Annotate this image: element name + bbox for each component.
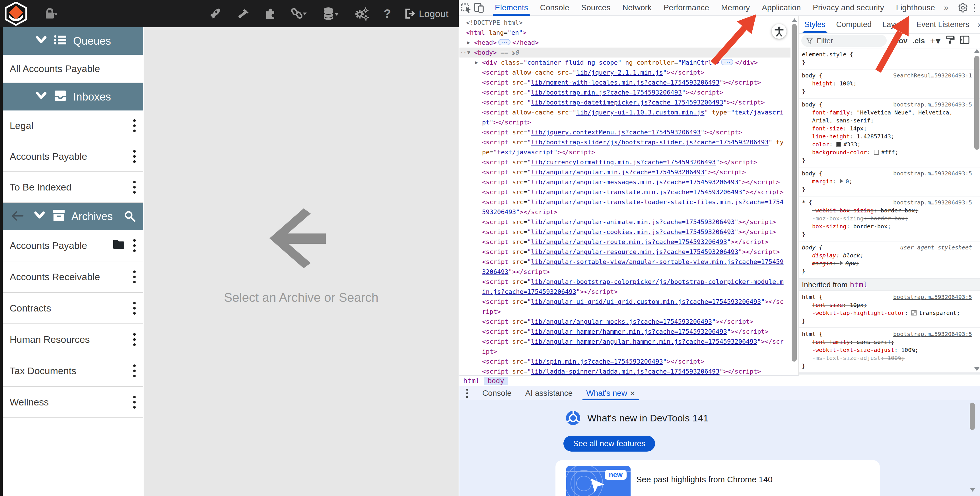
device-toolbar-icon[interactable] xyxy=(474,1,484,14)
more-tabs-chevron[interactable]: » xyxy=(941,3,951,13)
elements-scrollbar[interactable] xyxy=(791,16,799,375)
inspect-element-icon[interactable] xyxy=(461,1,472,14)
item-kebab-menu-icon[interactable] xyxy=(132,269,136,285)
dom-node-row[interactable]: <script src="lib/angular-ui-grid/ui-grid… xyxy=(459,297,791,317)
links-menu-icon[interactable] xyxy=(291,7,307,20)
dom-node-row[interactable]: <script src="lib/bootstrap-datetimepicke… xyxy=(459,97,791,107)
dom-node-row[interactable]: <script src="lib/angular-sortable-view/a… xyxy=(459,257,791,277)
dom-node-row[interactable]: <!DOCTYPE html> xyxy=(459,18,791,28)
devtools-tab-network[interactable]: Network xyxy=(616,0,658,16)
rendering-brush-icon[interactable] xyxy=(945,35,955,46)
css-rule[interactable]: html {bootstrap.m…593206493:5font-size: … xyxy=(799,291,980,328)
inline-ellipsis-button[interactable]: ··· xyxy=(498,39,511,45)
styles-rules-list[interactable]: element.style {}body {SearchResul…593206… xyxy=(799,48,980,375)
whats-new-card[interactable]: new See past highlights from Chrome 140 xyxy=(555,460,880,496)
sidebar-item-accounts-payable[interactable]: Accounts Payable xyxy=(3,230,143,262)
inline-ellipsis-button[interactable]: ··· xyxy=(721,59,733,65)
devtools-tab-sources[interactable]: Sources xyxy=(575,0,616,16)
item-kebab-menu-icon[interactable] xyxy=(132,148,136,164)
devtools-kebab-menu-icon[interactable]: ⋮ xyxy=(970,1,980,14)
dom-node-row[interactable]: <script src="lib/spin.min.js?cache=17545… xyxy=(459,356,791,367)
sidebar-section-header-archives[interactable]: Archives xyxy=(3,203,143,230)
devtools-settings-gear-icon[interactable] xyxy=(958,1,968,14)
help-icon[interactable]: ? xyxy=(383,7,391,21)
dom-node-row[interactable]: <script src="lib/angular-bootstrap-color… xyxy=(459,277,791,297)
see-all-new-features-button[interactable]: See all new features xyxy=(563,435,655,451)
dom-node-row[interactable]: <script src="lib/angular/angular-transla… xyxy=(459,187,791,197)
dom-node-row[interactable]: <script src="lib/angular-hammer/angular.… xyxy=(459,337,791,356)
item-kebab-menu-icon[interactable] xyxy=(132,118,136,134)
toggle-classes-button[interactable]: .cls xyxy=(913,37,925,45)
dom-node-row[interactable]: <script src="lib/bootstrap-slider/js/boo… xyxy=(459,137,791,157)
expand-arrow[interactable]: ▶ xyxy=(475,57,482,67)
css-rule[interactable]: body {bootstrap.m…593206493:5font-family… xyxy=(799,99,980,167)
magic-wand-icon[interactable] xyxy=(236,7,249,20)
styles-tab-layout[interactable]: Layout xyxy=(877,16,911,33)
drawer-scroll-down[interactable] xyxy=(970,488,975,492)
sidebar-item-legal[interactable]: Legal xyxy=(3,110,143,141)
item-kebab-menu-icon[interactable] xyxy=(132,363,136,379)
styles-tab-styles[interactable]: Styles xyxy=(799,16,831,33)
sidebar-section-header-queues[interactable]: Queues xyxy=(3,27,143,55)
styles-scroll-up[interactable] xyxy=(974,49,980,53)
styles-tab-computed[interactable]: Computed xyxy=(831,16,877,33)
scrollbar-up-arrow[interactable] xyxy=(792,18,797,22)
dom-node-row[interactable]: <script allow-cache src="lib/jquery-ui-1… xyxy=(459,107,791,127)
dom-node-row[interactable]: <script src="lib/angular/angular-animate… xyxy=(459,217,791,227)
styles-scrollbar[interactable] xyxy=(973,48,980,375)
breadcrumb-item-body[interactable]: body xyxy=(484,377,508,385)
css-rule[interactable]: html {bootstrap.m…593206493:5font-family… xyxy=(799,328,980,373)
dom-node-row[interactable]: <script src="lib/angular/angular.min.js?… xyxy=(459,167,791,177)
dom-node-row[interactable]: <script src="lib/jquery.contextMenu.js?c… xyxy=(459,127,791,137)
drawer-scroll-thumb[interactable] xyxy=(970,403,975,430)
item-kebab-menu-icon[interactable] xyxy=(132,300,136,316)
rule-source-link[interactable]: bootstrap.m…593206493:5 xyxy=(893,330,972,338)
rule-source-link[interactable]: bootstrap.m…593206493:5 xyxy=(893,169,972,177)
rule-source-link[interactable]: user agent stylesheet xyxy=(900,244,972,251)
dom-node-row[interactable]: <script src="lib/angular/angular-cookies… xyxy=(459,227,791,237)
dom-node-row[interactable]: <script src="lib/angular/angular-message… xyxy=(459,177,791,187)
sidebar-item-accounts-receivable[interactable]: Accounts Receivable xyxy=(3,262,143,293)
logout-button[interactable]: Logout xyxy=(404,8,449,19)
sidebar-item-contracts[interactable]: Contracts xyxy=(3,293,143,324)
item-kebab-menu-icon[interactable] xyxy=(132,179,136,195)
drawer-kebab-menu-icon[interactable] xyxy=(466,389,468,398)
styles-tab-event-listeners[interactable]: Event Listeners xyxy=(911,16,975,33)
devtools-tab-application[interactable]: Application xyxy=(756,0,807,16)
devtools-tab-elements[interactable]: Elements xyxy=(489,0,534,16)
devtools-tab-lighthouse[interactable]: Lighthouse xyxy=(890,0,941,16)
devtools-tab-performance[interactable]: Performance xyxy=(658,0,715,16)
sidebar-item-wellness[interactable]: Wellness xyxy=(3,387,143,418)
puzzle-icon[interactable] xyxy=(264,7,276,20)
new-style-rule-button[interactable]: +▾ xyxy=(930,35,940,46)
dom-node-row[interactable]: <script src="lib/angular/angular-transla… xyxy=(459,197,791,217)
database-menu-icon[interactable] xyxy=(322,7,339,21)
sidebar-section-header-inboxes[interactable]: Inboxes xyxy=(3,83,143,110)
item-kebab-menu-icon[interactable] xyxy=(132,332,136,348)
dom-node-row[interactable]: <script src="lib/angular/angular-mocks.j… xyxy=(459,317,791,327)
dom-node-row[interactable]: <html lang="en"> xyxy=(459,28,791,38)
dom-node-row[interactable]: <script src="lib/ladda-spinner/ladda.min… xyxy=(459,367,791,375)
styles-scroll-down[interactable] xyxy=(974,367,980,371)
breadcrumb-item-html[interactable]: html xyxy=(459,377,484,385)
accessibility-widget-button[interactable] xyxy=(772,24,786,39)
toggle-hover-state-button[interactable]: :hov xyxy=(892,37,907,45)
dom-node-row[interactable]: <script src="lib/bootstrap.min.js?cache=… xyxy=(459,88,791,97)
sidebar-item-to-be-indexed[interactable]: To Be Indexed xyxy=(3,172,143,203)
sidebar-item-tax-documents[interactable]: Tax Documents xyxy=(3,355,143,387)
folder-icon[interactable] xyxy=(112,239,125,252)
item-kebab-menu-icon[interactable] xyxy=(132,394,136,410)
css-rule[interactable]: element.style {} xyxy=(799,48,980,70)
rule-source-link[interactable]: bootstrap.m…593206493:5 xyxy=(893,198,972,206)
css-rule[interactable]: body {SearchResul…593206493:1height: 100… xyxy=(799,70,980,99)
dom-tree[interactable]: <!DOCTYPE html><html lang="en">▶<head>··… xyxy=(459,16,791,375)
close-tab-icon[interactable]: × xyxy=(630,388,635,398)
dom-node-row[interactable]: <script src="lib/currencyFormatting.min.… xyxy=(459,157,791,167)
dom-node-row[interactable]: ▶<div class="container-fluid ng-scope" n… xyxy=(459,57,791,67)
devtools-tab-console[interactable]: Console xyxy=(534,0,575,16)
dom-node-row[interactable]: ▶<head>···</head> xyxy=(459,38,791,48)
drawer-tab-ai-assistance[interactable]: AI assistance xyxy=(519,386,580,400)
item-kebab-menu-icon[interactable] xyxy=(132,238,136,254)
rule-source-link[interactable]: bootstrap.m…593206493:5 xyxy=(893,293,972,301)
rocket-icon[interactable] xyxy=(209,7,221,20)
